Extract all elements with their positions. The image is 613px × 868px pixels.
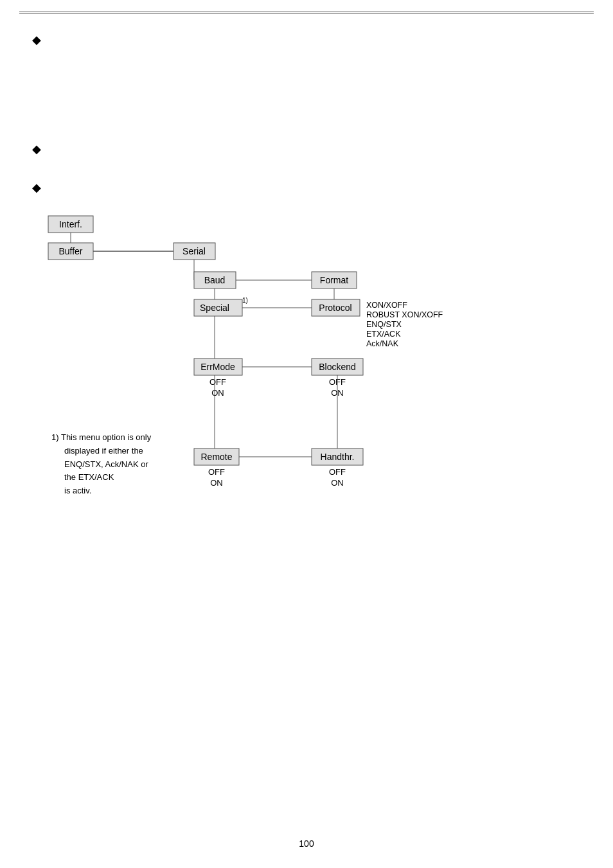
handthr-on: ON <box>331 478 344 488</box>
serial-label: Serial <box>182 246 206 256</box>
tree-diagram: Interf. Buffer Serial Baud Format <box>45 213 581 553</box>
handthr-off: OFF <box>329 467 346 477</box>
handthr-label: Handthr. <box>321 452 355 462</box>
footnote-text-3: ENQ/STX, Ack/NAK or <box>64 459 148 469</box>
special-label: Special <box>200 303 229 313</box>
remote-off: OFF <box>208 467 225 477</box>
special-superscript: 1) <box>242 297 248 304</box>
format-label: Format <box>320 275 348 285</box>
errmode-on: ON <box>211 388 224 398</box>
protocol-option-2: ROBUST XON/XOFF <box>366 310 443 319</box>
footnote-text-4: the ETX/ACK <box>64 472 114 482</box>
baud-label: Baud <box>204 275 226 285</box>
footnote-text-2: displayed if either the <box>64 446 143 456</box>
footnote-number: 1) <box>51 432 59 442</box>
buffer-label: Buffer <box>58 246 82 256</box>
protocol-option-5: Ack/NAK <box>366 339 399 348</box>
protocol-option-4: ETX/ACK <box>366 330 401 339</box>
remote-on: ON <box>210 478 223 488</box>
bullet-section-1: ◆ <box>32 33 581 52</box>
footnote: 1) This menu option is only displayed if… <box>51 431 151 498</box>
footnote-text-5: is activ. <box>64 486 91 495</box>
bullet-2: ◆ <box>32 142 41 156</box>
protocol-label: Protocol <box>319 303 351 313</box>
footnote-text-1: This menu option is only <box>61 432 151 442</box>
bullet-1: ◆ <box>32 33 41 47</box>
bullet-section-3: ◆ <box>32 181 581 200</box>
page-number: 100 <box>0 838 613 849</box>
interf-label: Interf. <box>59 219 82 229</box>
bullet-section-2: ◆ <box>32 142 581 161</box>
errmode-off: OFF <box>209 377 226 387</box>
bullet-3: ◆ <box>32 181 41 195</box>
protocol-option-3: ENQ/STX <box>366 320 402 329</box>
tree-svg: Interf. Buffer Serial Baud Format <box>45 213 495 553</box>
errmode-label: ErrMode <box>200 362 235 372</box>
blockend-label: Blockend <box>319 362 356 372</box>
protocol-option-1: XON/XOFF <box>366 301 407 310</box>
remote-label: Remote <box>200 452 232 462</box>
